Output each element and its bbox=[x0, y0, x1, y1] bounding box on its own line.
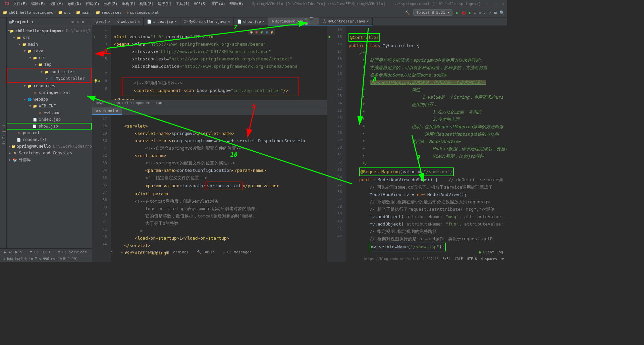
tab-indexjsp[interactable]: 📄 index.jsp × bbox=[144, 17, 180, 26]
panel-icon: ▦ bbox=[9, 19, 12, 24]
debug-icon[interactable]: 🐞 bbox=[461, 10, 466, 15]
crumb-2[interactable]: main bbox=[82, 10, 91, 15]
gutter-bottom: 272829303132333435363738394041424344 bbox=[92, 115, 111, 262]
menu-analyze[interactable]: 分析(Z) bbox=[102, 1, 120, 6]
tree-com[interactable]: ▼📁com bbox=[7, 54, 92, 61]
profile-icon[interactable]: ⊙ bbox=[474, 10, 476, 15]
tree-controller[interactable]: ▼📁controller bbox=[7, 68, 91, 75]
menu-file[interactable]: 文件(F) bbox=[11, 1, 29, 6]
collapse-icon[interactable]: ✿ bbox=[82, 19, 84, 24]
expand-icon[interactable]: ⇲ bbox=[76, 19, 79, 24]
crumb-4[interactable]: springmvc.xml bbox=[130, 10, 159, 15]
menu-vcs[interactable]: VCS(S) bbox=[192, 2, 209, 6]
left-tool-stripe: 1: Project 7: Structure ⊕ Web 2: Favorit… bbox=[0, 17, 7, 248]
menu-run[interactable]: 运行(U) bbox=[156, 1, 174, 6]
crumb-1[interactable]: src bbox=[64, 10, 71, 15]
navigation-bar: 📁ch01-hello-springmvc› 📁src› 📁main› 📁res… bbox=[0, 8, 507, 17]
tab-webxml[interactable]: ⚙ web.xml × bbox=[114, 17, 144, 26]
structure-icon[interactable]: ⊞ bbox=[494, 10, 497, 15]
tree-zep[interactable]: ▼📁zep bbox=[7, 61, 92, 68]
tab-springmvcxml[interactable]: ⚙ springmvc.xml × ☰ ◨ bbox=[268, 17, 319, 26]
floating-icons: ◉ ◉ ◉ ◉ ◉ bbox=[248, 29, 275, 35]
status-message: 构建成功完成 in 7 s 996 ms (今天 1:19) bbox=[7, 257, 78, 261]
tab-showjsp[interactable]: 📄 show.jsp × bbox=[234, 17, 268, 26]
chrome-icon[interactable]: ◉ bbox=[250, 30, 253, 34]
build-icon[interactable]: 🔨 bbox=[405, 10, 410, 15]
panel-title[interactable]: Project ▾ bbox=[12, 19, 71, 24]
tab-mycontroller[interactable]: ⓒ MyController.java × bbox=[180, 17, 234, 26]
code-mycontroller[interactable]: @Controller public class MyController { … bbox=[346, 26, 507, 262]
target-icon[interactable]: ⊕ bbox=[71, 19, 74, 24]
tree-scratches[interactable]: ▶⊞Scratches and Consoles bbox=[7, 150, 92, 156]
tree-root[interactable]: ▼📁ch01-hello-springmvc D:\CWork\Id bbox=[7, 28, 92, 34]
webxml-split-tab: ⚙ web.xml × bbox=[92, 107, 327, 115]
menu-refactor[interactable]: 重构(R) bbox=[120, 1, 138, 6]
tree-src[interactable]: ▼📁src bbox=[7, 34, 92, 41]
tree-main[interactable]: ▼📁main bbox=[7, 41, 92, 48]
window-title: SpringMVCHello [D:\CWork\IdeaProjects\Ja… bbox=[252, 2, 486, 6]
tree-springmvchello2[interactable]: ▶📁SpringMVCHello D:\CWork\IdeaPro bbox=[7, 143, 92, 150]
tab-gmvc[interactable]: gmvc) × bbox=[92, 17, 114, 26]
tree-indexjsp[interactable]: 📄index.jsp bbox=[7, 116, 92, 123]
run-icon[interactable]: ▶ bbox=[456, 10, 458, 15]
annotation-box-controller: ▼📁controller ▶ⓒMyController bbox=[7, 68, 92, 83]
menu-help[interactable]: 帮助(H) bbox=[227, 1, 246, 6]
menu-edit[interactable]: 编辑(E) bbox=[29, 1, 47, 6]
tree-external[interactable]: ▶📚外部库 bbox=[7, 156, 92, 163]
tool-todo[interactable]: ≡ 6: TODO bbox=[30, 250, 50, 254]
window-controls: — □ ✕ bbox=[486, 2, 504, 6]
menu-tools[interactable]: 工具(I) bbox=[174, 1, 192, 6]
tree-java[interactable]: ▼📁java bbox=[7, 48, 92, 54]
ext-icon2[interactable]: ◉ bbox=[266, 30, 268, 34]
code-webxml[interactable]: <servlet> <servlet-name>springmvc</servl… bbox=[111, 115, 327, 262]
hide-icon[interactable]: — bbox=[87, 19, 89, 24]
menu-window[interactable]: 窗口(W) bbox=[209, 1, 227, 6]
tree-webxml[interactable]: ⚙web.xml bbox=[7, 109, 92, 116]
tool-services[interactable]: ⊞ 8: Services bbox=[58, 250, 87, 254]
ext-icon3[interactable]: ◉ bbox=[271, 30, 273, 34]
tree-readme[interactable]: 📄readme.txt bbox=[7, 136, 92, 143]
coverage-icon[interactable]: ▶ bbox=[469, 10, 471, 15]
gutter-right: 1415161718192021222324252627282930313233… bbox=[327, 26, 346, 262]
tab-mycontroller-right[interactable]: ⓒ MyController.java × bbox=[319, 17, 373, 26]
menu-view[interactable]: 视图(V) bbox=[47, 1, 65, 6]
crumb-0[interactable]: ch01-hello-springmvc bbox=[9, 10, 53, 15]
menu-build[interactable]: 构建(B) bbox=[138, 1, 156, 6]
breadcrumb: 📁ch01-hello-springmvc› 📁src› 📁main› 📁res… bbox=[3, 10, 159, 15]
minimize-icon[interactable]: — bbox=[486, 2, 488, 6]
vcs-commit-icon[interactable]: ✓ bbox=[489, 10, 492, 15]
stop-icon[interactable]: ■ bbox=[479, 10, 481, 15]
tree-webinf[interactable]: ▼📁WEB-INF bbox=[7, 103, 92, 109]
code-springmvcxml[interactable]: <?xml version="1.0" encoding="UTF-8"?> <… bbox=[111, 26, 327, 100]
tool-run[interactable]: ▶ 4: Run bbox=[4, 250, 22, 254]
ff-icon[interactable]: ◉ bbox=[255, 30, 258, 34]
menu-navigate[interactable]: 导航(N) bbox=[65, 1, 84, 6]
status-icon[interactable]: ▢ bbox=[3, 257, 5, 261]
tree-resources[interactable]: ▼📁resources bbox=[7, 83, 92, 89]
vtab-project[interactable]: 1: Project bbox=[1, 122, 6, 147]
editor-area: gmvc) × ⚙ web.xml × 📄 index.jsp × ⓒ MyCo… bbox=[92, 17, 507, 248]
search-icon[interactable]: 🔍 bbox=[499, 10, 504, 15]
crumb-3[interactable]: resources bbox=[102, 10, 122, 15]
breadtrail-top: beans › context:component-scan bbox=[92, 100, 327, 107]
app-icon: IJ bbox=[3, 2, 11, 6]
tree-webapp[interactable]: ▼🌐webapp bbox=[7, 96, 92, 103]
tree-mycontroller[interactable]: ▶ⓒMyController bbox=[7, 75, 91, 82]
editor-tabs: gmvc) × ⚙ web.xml × 📄 index.jsp × ⓒ MyCo… bbox=[92, 17, 507, 26]
tree-pom[interactable]: mpom.xml bbox=[7, 130, 92, 136]
close-icon[interactable]: ✕ bbox=[502, 2, 504, 6]
ext-icon[interactable]: ◉ bbox=[260, 30, 263, 34]
run-config-dropdown[interactable]: Tomcat 8.5.31 ▾ bbox=[413, 9, 452, 16]
maximize-icon[interactable]: □ bbox=[494, 2, 496, 6]
gutter-top: 12345789 ⤵ 💡 ● bbox=[92, 26, 111, 100]
project-panel: ▦ Project ▾ ⊕ ⇲ ✿ — ▼📁ch01-hello-springm… bbox=[7, 17, 92, 248]
tree-showjsp[interactable]: 📄show.jsp bbox=[7, 123, 92, 130]
project-tree[interactable]: ▼📁ch01-hello-springmvc D:\CWork\Id ▼📁src… bbox=[7, 26, 92, 164]
tab-webxml-split[interactable]: ⚙ web.xml × bbox=[92, 107, 122, 115]
menu-bar: IJ 文件(F) 编辑(E) 视图(V) 导航(N) 代码(C) 分析(Z) 重… bbox=[0, 0, 507, 8]
vcs-update-icon[interactable]: ↙ bbox=[484, 10, 486, 15]
menu-code[interactable]: 代码(C) bbox=[84, 1, 102, 6]
tree-springmvcxml[interactable]: ⚙springmvc.xml bbox=[7, 89, 92, 96]
